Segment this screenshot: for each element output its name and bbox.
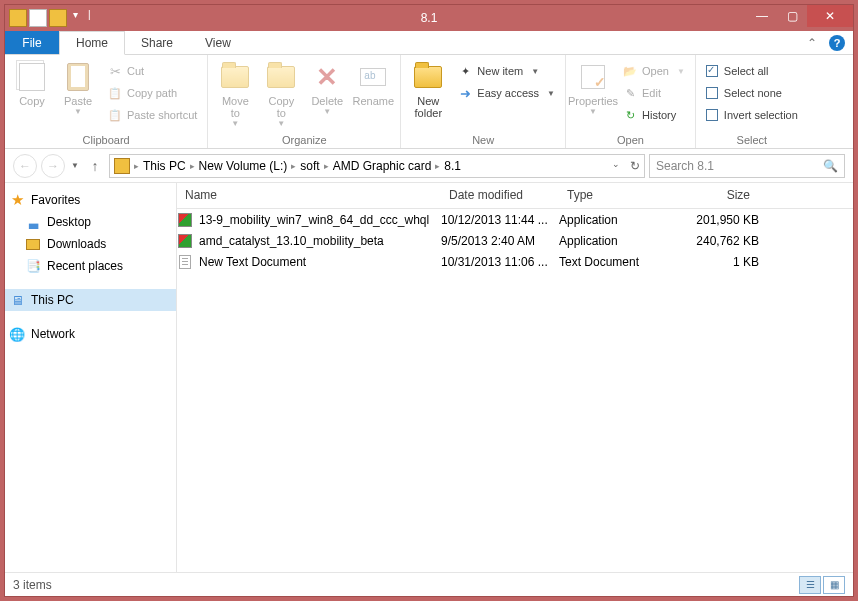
- qat-properties-icon[interactable]: [29, 9, 47, 27]
- ribbon-group-organize: Move to ▼ Copy to ▼ ✕ Delete ▼ Rename: [208, 55, 401, 148]
- file-row[interactable]: amd_catalyst_13.10_mobility_beta9/5/2013…: [177, 230, 853, 251]
- breadcrumb-item[interactable]: This PC: [139, 159, 190, 173]
- col-date[interactable]: Date modified: [441, 183, 559, 208]
- nav-favorites[interactable]: ★Favorites: [5, 189, 176, 211]
- delete-icon: ✕: [311, 61, 343, 93]
- new-folder-button[interactable]: New folder: [407, 59, 449, 119]
- search-input[interactable]: Search 8.1 🔍: [649, 154, 845, 178]
- properties-icon: [581, 65, 605, 89]
- file-tab[interactable]: File: [5, 31, 59, 54]
- close-button[interactable]: ✕: [807, 5, 853, 27]
- maximize-button[interactable]: ▢: [777, 5, 807, 27]
- paste-icon: [67, 63, 89, 91]
- nav-desktop[interactable]: ▃Desktop: [5, 211, 176, 233]
- cut-button[interactable]: ✂Cut: [103, 61, 201, 81]
- select-all-button[interactable]: Select all: [702, 61, 802, 81]
- text-file-icon: [179, 255, 191, 269]
- breadcrumb-item[interactable]: New Volume (L:): [195, 159, 292, 173]
- new-item-button[interactable]: ✦New item▼: [453, 61, 559, 81]
- ribbon-tabs: File Home Share View ⌃ ?: [5, 31, 853, 55]
- paste-shortcut-button[interactable]: 📋Paste shortcut: [103, 105, 201, 125]
- ribbon-group-open: Properties ▼ 📂Open▼ ✎Edit ↻History Open: [566, 55, 696, 148]
- column-headers: Name Date modified Type Size: [177, 183, 853, 209]
- easy-access-button[interactable]: ➜Easy access▼: [453, 83, 559, 103]
- breadcrumb-item[interactable]: 8.1: [440, 159, 465, 173]
- ribbon-group-select: Select all Select none Invert selection …: [696, 55, 808, 148]
- edit-button[interactable]: ✎Edit: [618, 83, 689, 103]
- file-date: 9/5/2013 2:40 AM: [441, 234, 559, 248]
- help-icon[interactable]: ?: [829, 35, 845, 51]
- downloads-icon: [25, 236, 41, 252]
- file-list: 13-9_mobility_win7_win8_64_dd_ccc_whql10…: [177, 209, 853, 272]
- history-button[interactable]: ↻History: [618, 105, 689, 125]
- chevron-down-icon: ▼: [231, 119, 239, 128]
- move-to-icon: [221, 66, 249, 88]
- select-none-button[interactable]: Select none: [702, 83, 802, 103]
- address-dropdown-icon[interactable]: ⌄: [612, 159, 620, 173]
- copy-to-button[interactable]: Copy to ▼: [260, 59, 302, 128]
- col-name[interactable]: Name: [177, 183, 441, 208]
- invert-selection-button[interactable]: Invert selection: [702, 105, 802, 125]
- share-tab[interactable]: Share: [125, 31, 189, 54]
- chevron-down-icon: ▼: [74, 107, 82, 116]
- breadcrumb-item[interactable]: soft: [296, 159, 323, 173]
- large-icons-view-button[interactable]: ▦: [823, 576, 845, 594]
- forward-button[interactable]: →: [41, 154, 65, 178]
- up-button[interactable]: ↑: [85, 156, 105, 176]
- rename-button[interactable]: Rename: [352, 59, 394, 107]
- content-pane: Name Date modified Type Size 13-9_mobili…: [177, 183, 853, 572]
- back-button[interactable]: ←: [13, 154, 37, 178]
- qat-folder-icon[interactable]: [9, 9, 27, 27]
- paste-button[interactable]: Paste ▼: [57, 59, 99, 116]
- file-date: 10/12/2013 11:44 ...: [441, 213, 559, 227]
- select-none-icon: [706, 87, 718, 99]
- file-name: 13-9_mobility_win7_win8_64_dd_ccc_whql: [199, 213, 429, 227]
- nav-downloads[interactable]: Downloads: [5, 233, 176, 255]
- copy-path-button[interactable]: 📋Copy path: [103, 83, 201, 103]
- file-row[interactable]: New Text Document10/31/2013 11:06 ...Tex…: [177, 251, 853, 272]
- search-icon: 🔍: [823, 159, 838, 173]
- copy-to-icon: [267, 66, 295, 88]
- minimize-button[interactable]: —: [747, 5, 777, 27]
- open-button[interactable]: 📂Open▼: [618, 61, 689, 81]
- ribbon: Copy Paste ▼ ✂Cut 📋Copy path 📋Paste shor…: [5, 55, 853, 149]
- view-tab[interactable]: View: [189, 31, 247, 54]
- qat-separator: |: [84, 9, 95, 27]
- chevron-down-icon: ▼: [589, 107, 597, 116]
- col-size[interactable]: Size: [673, 183, 759, 208]
- paste-shortcut-icon: 📋: [107, 107, 123, 123]
- home-tab[interactable]: Home: [59, 31, 125, 55]
- network-icon: 🌐: [9, 326, 25, 342]
- move-to-button[interactable]: Move to ▼: [214, 59, 256, 128]
- search-placeholder: Search 8.1: [656, 159, 714, 173]
- file-type: Text Document: [559, 255, 673, 269]
- navigation-pane: ★Favorites ▃Desktop Downloads 📑Recent pl…: [5, 183, 177, 572]
- recent-locations-icon[interactable]: ▼: [69, 161, 81, 170]
- qat-dropdown-icon[interactable]: ▾: [69, 9, 82, 27]
- col-type[interactable]: Type: [559, 183, 673, 208]
- title-bar: ▾ | 8.1 — ▢ ✕: [5, 5, 853, 31]
- address-bar-row: ← → ▼ ↑ ▸ This PC ▸ New Volume (L:) ▸ so…: [5, 149, 853, 183]
- details-view-button[interactable]: ☰: [799, 576, 821, 594]
- breadcrumb-item[interactable]: AMD Graphic card: [329, 159, 436, 173]
- file-name: New Text Document: [199, 255, 306, 269]
- qat-newfolder-icon[interactable]: [49, 9, 67, 27]
- file-size: 1 KB: [673, 255, 759, 269]
- nav-network[interactable]: 🌐Network: [5, 323, 176, 345]
- file-size: 201,950 KB: [673, 213, 759, 227]
- edit-icon: ✎: [622, 85, 638, 101]
- copy-icon: [19, 63, 45, 91]
- minimize-ribbon-icon[interactable]: ⌃: [807, 36, 817, 50]
- copy-button[interactable]: Copy: [11, 59, 53, 107]
- nav-this-pc[interactable]: 🖥This PC: [5, 289, 176, 311]
- breadcrumb-bar[interactable]: ▸ This PC ▸ New Volume (L:) ▸ soft ▸ AMD…: [109, 154, 645, 178]
- nav-recent[interactable]: 📑Recent places: [5, 255, 176, 277]
- status-item-count: 3 items: [13, 578, 52, 592]
- explorer-window: ▾ | 8.1 — ▢ ✕ File Home Share View ⌃ ? C…: [4, 4, 854, 597]
- refresh-icon[interactable]: ↻: [630, 159, 640, 173]
- ribbon-group-clipboard: Copy Paste ▼ ✂Cut 📋Copy path 📋Paste shor…: [5, 55, 208, 148]
- file-row[interactable]: 13-9_mobility_win7_win8_64_dd_ccc_whql10…: [177, 209, 853, 230]
- delete-button[interactable]: ✕ Delete ▼: [306, 59, 348, 116]
- properties-button[interactable]: Properties ▼: [572, 59, 614, 116]
- rename-icon: [360, 68, 386, 86]
